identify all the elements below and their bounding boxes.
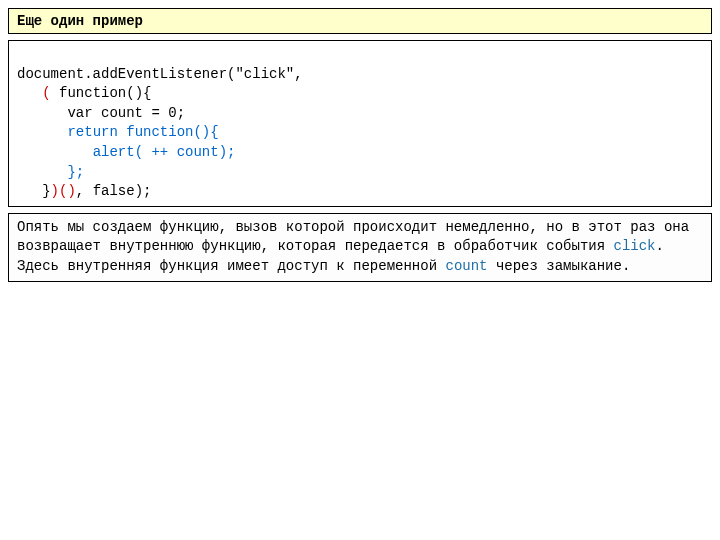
section-title: Еще один пример (8, 8, 712, 34)
expl-count-kw: count (445, 258, 487, 274)
code-line-5-indent (17, 144, 93, 160)
code-line-4-indent (17, 124, 67, 140)
code-line-1: document.addEventListener("click", (17, 66, 303, 82)
code-block: document.addEventListener("click", ( fun… (8, 40, 712, 207)
code-line-2-rest: function(){ (51, 85, 152, 101)
code-line-7-close: } (17, 183, 51, 199)
code-paren-open: ( (42, 85, 50, 101)
expl-click-kw: click (614, 238, 656, 254)
code-close-inner: }; (67, 164, 84, 180)
code-alert: alert( ++ count); (93, 144, 236, 160)
explanation-block: Опять мы создаем функцию, вызов которой … (8, 213, 712, 282)
code-line-6-indent (17, 164, 67, 180)
title-text: Еще один пример (17, 13, 143, 29)
code-paren-invoke: )() (51, 183, 76, 199)
expl-p2c: через замыкание. (488, 258, 631, 274)
code-return-fn: return function(){ (67, 124, 218, 140)
code-line-2-indent (17, 85, 42, 101)
expl-p2a: Здесь внутренняя функция имеет доступ к … (17, 258, 445, 274)
code-line-7-rest: , false); (76, 183, 152, 199)
code-line-3: var count = 0; (17, 105, 185, 121)
expl-p1a: Опять мы создаем функцию, вызов которой … (17, 219, 689, 255)
expl-p1c: . (656, 238, 664, 254)
